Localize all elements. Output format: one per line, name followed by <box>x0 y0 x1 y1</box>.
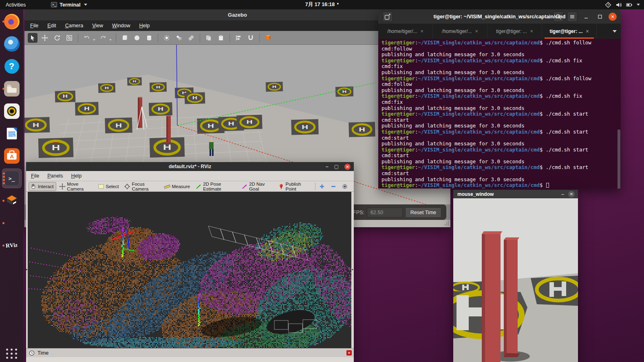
rviz-tool-focus-camera[interactable]: Focus Camera <box>123 181 161 192</box>
rviz-tool-interact[interactable]: Interact <box>29 182 56 191</box>
rotate-tool-button[interactable] <box>52 33 62 43</box>
terminal-header[interactable]: tiger@tiger: ~/VISIM_single/catkin_ws/sr… <box>378 9 621 24</box>
right-panel-handle[interactable]: ◂ <box>351 192 354 348</box>
tool-label: Focus Camera <box>132 182 159 191</box>
add-tool-button[interactable] <box>319 183 325 190</box>
dock-item-thunderbird[interactable] <box>2 34 22 54</box>
terminal-output[interactable]: tiger@tiger:~/VISIM_single/catkin_ws/src… <box>378 39 621 189</box>
sphere-tool-button[interactable] <box>132 33 142 43</box>
rviz-tool-2d-nav-goal[interactable]: 2D Nav Goal <box>240 181 275 192</box>
gazebo-menu-view[interactable]: View <box>92 23 103 29</box>
spot-light-tool-button[interactable] <box>174 33 184 43</box>
remove-tool-button[interactable] <box>330 183 337 190</box>
dock-item-terminal[interactable]: >_ <box>2 169 22 188</box>
tool-label: Publish Point <box>286 182 310 191</box>
rviz-tool-select[interactable]: Select <box>97 182 121 191</box>
clock-menu[interactable]: 7月 17 16:18 <box>305 1 339 8</box>
dock-item-ubuntu-software[interactable]: A <box>2 146 22 166</box>
tab-close-icon[interactable]: × <box>530 29 533 34</box>
dock-item-files[interactable] <box>2 79 22 99</box>
maximize-button[interactable]: ▢ <box>334 164 339 169</box>
gazebo-menu-help[interactable]: Help <box>139 23 150 29</box>
paste-tool-button[interactable] <box>216 33 226 43</box>
terminal-tab-2[interactable]: /home/tiger/...× <box>433 24 487 39</box>
gazebo-menu-file[interactable]: File <box>30 23 38 29</box>
redo-tool-button[interactable] <box>98 33 108 43</box>
align-tool-button[interactable] <box>234 33 243 43</box>
terminal-line: tiger@tiger:~/VISIM_single/catkin_ws/src… <box>382 165 621 171</box>
system-tray[interactable]: ? <box>605 2 644 8</box>
new-tab-button[interactable] <box>382 11 393 22</box>
rviz-title-bar[interactable]: default.rviz* - RViz – ▢ ✕ <box>26 162 354 171</box>
mouse-window-title-bar[interactable]: mouse_window – ✕ <box>453 190 578 198</box>
view-cube-tool-button[interactable] <box>263 33 273 43</box>
activities-button[interactable]: Activities <box>0 0 31 9</box>
minimize-button[interactable]: – <box>561 191 564 197</box>
rviz-menu-help[interactable]: Help <box>71 173 82 179</box>
focus-icon <box>124 183 130 190</box>
svg-text:H: H <box>342 89 346 94</box>
rviz-menu-file[interactable]: File <box>31 173 39 179</box>
show-applications-button[interactable] <box>6 349 18 359</box>
undo-tool-button[interactable] <box>82 33 92 43</box>
dock-item-help[interactable]: ? <box>2 57 22 76</box>
time-panel-label: Time <box>37 350 49 356</box>
dock-item-rviz[interactable]: RViz <box>2 236 22 255</box>
rviz-tool-publish-point[interactable]: Publish Point <box>277 181 312 192</box>
minimize-button[interactable] <box>581 11 591 22</box>
close-button[interactable]: ✕ <box>344 164 351 170</box>
hamburger-menu-button[interactable] <box>567 11 578 22</box>
terminal-tab-4[interactable]: tiger@tiger: ...× <box>542 24 597 39</box>
tab-close-icon[interactable]: × <box>475 29 478 34</box>
copy-tool-button[interactable] <box>204 33 214 43</box>
maximize-button[interactable] <box>595 11 605 22</box>
rviz-tool-2d-pose-estimate[interactable]: 2D Pose Estimate <box>194 181 238 192</box>
scale-tool-button[interactable] <box>64 33 74 43</box>
terminal-tab-1[interactable]: /home/tiger/...× <box>378 24 433 39</box>
close-button[interactable]: ✕ <box>568 191 575 197</box>
tab-close-icon[interactable]: × <box>421 29 423 34</box>
cylinder-tool-button[interactable] <box>144 33 154 43</box>
directional-light-tool-button[interactable] <box>186 33 196 43</box>
mouse-window-viewport[interactable] <box>453 198 578 362</box>
rviz-tool-move-camera[interactable]: Move Camera <box>58 181 95 192</box>
dropdown-caret-icon[interactable] <box>93 39 95 41</box>
svg-text:H: H <box>359 126 365 133</box>
red-pillar <box>166 115 171 142</box>
tool-properties-button[interactable] <box>342 183 348 190</box>
snap-tool-button[interactable] <box>246 33 256 43</box>
time-panel-close-button[interactable]: ✕ <box>346 350 352 355</box>
tab-label: tiger@tiger: ... <box>549 29 582 34</box>
dropdown-caret-icon[interactable] <box>109 39 112 41</box>
rviz-3d-viewport[interactable] <box>28 192 351 348</box>
move-tool-button[interactable] <box>40 33 50 43</box>
focused-app-menu[interactable]: >_ Terminal <box>51 2 87 8</box>
gazebo-menu-window[interactable]: Window <box>112 23 130 29</box>
svg-text:H: H <box>163 143 171 151</box>
tab-close-icon[interactable]: × <box>586 29 589 34</box>
fps-value-field: 62.50 <box>367 208 403 217</box>
gazebo-menu-edit[interactable]: Edit <box>47 23 56 29</box>
rviz-menu-panels[interactable]: Panels <box>47 173 63 179</box>
point-light-tool-button[interactable] <box>162 33 172 43</box>
select-tool-button[interactable] <box>28 33 37 43</box>
svg-text:H: H <box>207 122 214 129</box>
scrollbar-thumb[interactable] <box>618 129 620 189</box>
svg-text:H: H <box>192 95 197 100</box>
terminal-tab-3[interactable]: tiger@tiger: ...× <box>487 24 542 39</box>
dock-item-libreoffice-writer[interactable] <box>2 124 22 143</box>
close-button[interactable] <box>609 13 617 21</box>
tab-list-dropdown[interactable] <box>609 24 621 39</box>
box-tool-button[interactable] <box>120 33 130 43</box>
minimize-button[interactable]: – <box>326 164 329 169</box>
left-panel-handle[interactable]: ▸ <box>26 192 28 348</box>
time-panel-header[interactable]: Time ✕ <box>26 348 354 357</box>
reset-time-button[interactable]: Reset Time <box>405 207 441 218</box>
dock-item-gazebo[interactable] <box>2 191 22 211</box>
gazebo-menu-camera[interactable]: Camera <box>65 23 83 29</box>
dock-item-rhythmbox[interactable] <box>2 101 22 121</box>
resize-grip[interactable] <box>444 221 449 226</box>
dock-item-firefox[interactable] <box>2 12 22 31</box>
dock-item-unknown-app[interactable] <box>2 213 22 233</box>
rviz-tool-measure[interactable]: Measure <box>163 182 192 191</box>
